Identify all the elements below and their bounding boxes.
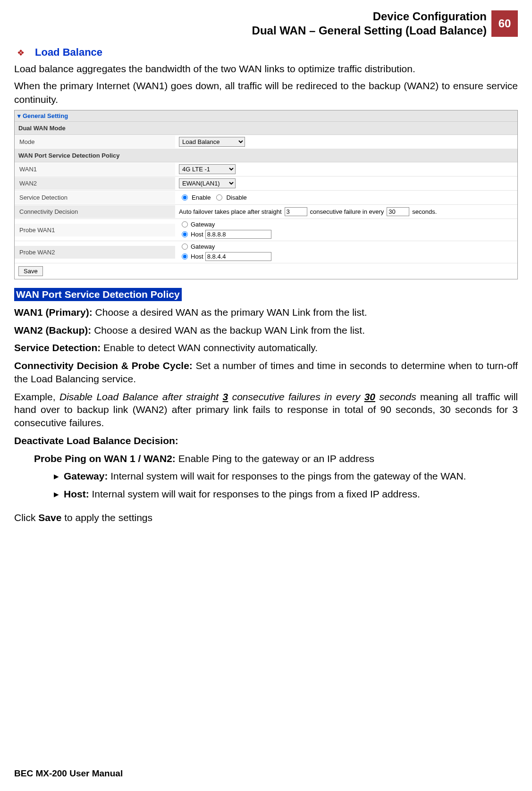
section-title: Load Balance [35, 46, 102, 59]
connectivity-suffix: seconds. [412, 208, 437, 215]
footer-text: BEC MX-200 User Manual [14, 768, 123, 779]
bullet-gateway: ▸ Gateway: Internal system will wait for… [54, 470, 518, 483]
input-probe2-host[interactable] [205, 252, 271, 261]
radio-probe1-host[interactable] [182, 231, 188, 237]
header-line1: Device Configuration [252, 9, 487, 24]
label-connectivity: Connectivity Decision [15, 205, 175, 218]
page-header: Device Configuration Dual WAN – General … [14, 9, 518, 38]
label-wan2: WAN2 [15, 177, 175, 190]
select-wan2[interactable]: EWAN(LAN1) [179, 178, 236, 188]
radio-service-disable[interactable] [216, 194, 222, 201]
subsection-heading: WAN Port Service Detection Policy [14, 288, 182, 301]
label-wan1: WAN1 [15, 163, 175, 176]
header-line2: Dual WAN – General Setting (Load Balance… [252, 24, 487, 38]
page-number-badge: 60 [491, 10, 518, 37]
label-probe-wan1: Probe WAN1 [15, 224, 175, 236]
label-probe-wan2: Probe WAN2 [15, 246, 175, 259]
caret-down-icon: ▾ [17, 112, 21, 119]
radio-service-enable[interactable] [182, 194, 188, 201]
connectivity-prefix: Auto failover takes place after straight [179, 208, 282, 215]
desc-wan2: WAN2 (Backup): Choose a desired WAN as t… [14, 324, 518, 337]
radio-probe2-host[interactable] [182, 253, 188, 260]
label-gateway-2: Gateway [191, 243, 215, 250]
desc-service-detection: Service Detection: Enable to detect WAN … [14, 341, 518, 354]
triangle-bullet-icon: ▸ [54, 488, 59, 501]
desc-deactivate: Deactivate Load Balance Decision: [14, 434, 518, 447]
desc-example: Example, Disable Load Balance after stra… [14, 390, 518, 429]
desc-wan1: WAN1 (Primary): Choose a desired WAN as … [14, 306, 518, 319]
label-host-1: Host [191, 231, 203, 238]
input-probe1-host[interactable] [205, 230, 271, 239]
input-failure-seconds[interactable] [387, 207, 409, 216]
connectivity-mid: consecutive failure in every [310, 208, 384, 215]
label-service-detection: Service Detection [15, 191, 175, 204]
radio-probe2-gateway[interactable] [182, 244, 188, 250]
input-failure-count[interactable] [285, 207, 307, 216]
group-dual-wan-mode: Dual WAN Mode [15, 122, 517, 135]
diamond-bullet-icon: ❖ [17, 48, 25, 58]
label-host-2: Host [191, 253, 203, 260]
triangle-bullet-icon: ▸ [54, 470, 59, 483]
desc-connectivity: Connectivity Decision & Probe Cycle: Set… [14, 359, 518, 385]
config-screenshot: ▾General Setting Dual WAN Mode Mode Load… [14, 110, 518, 279]
save-button[interactable]: Save [18, 266, 43, 276]
header-text: Device Configuration Dual WAN – General … [252, 9, 487, 38]
select-wan1[interactable]: 4G LTE -1 [179, 164, 236, 174]
label-gateway-1: Gateway [191, 221, 215, 228]
intro-paragraph-1: Load balance aggregates the bandwidth of… [14, 62, 518, 76]
group-wan-policy: WAN Port Service Detection Policy [15, 149, 517, 162]
panel-header: ▾General Setting [15, 110, 517, 122]
label-disable: Disable [226, 194, 246, 201]
desc-probe-ping: Probe Ping on WAN 1 / WAN2: Enable Ping … [34, 452, 518, 465]
label-mode: Mode [15, 135, 175, 148]
intro-paragraph-2: When the primary Internet (WAN1) goes do… [14, 79, 518, 106]
select-mode[interactable]: Load Balance [179, 137, 245, 147]
radio-probe1-gateway[interactable] [182, 221, 188, 227]
bullet-host: ▸ Host: Internal system will wait for re… [54, 488, 518, 501]
label-enable: Enable [192, 194, 211, 201]
section-title-row: ❖ Load Balance [14, 46, 518, 59]
desc-click-save: Click Save to apply the settings [14, 511, 518, 524]
panel-title: General Setting [23, 112, 68, 119]
